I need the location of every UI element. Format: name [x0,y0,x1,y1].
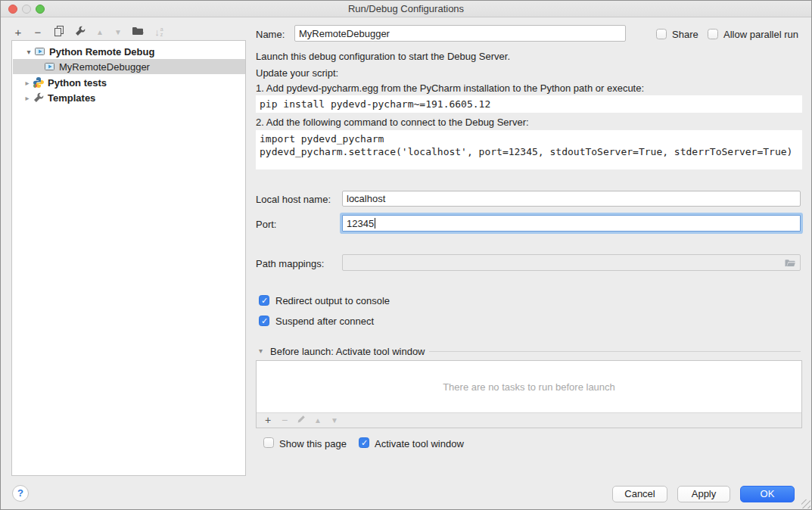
empty-task-text: There are no tasks to run before launch [443,381,615,393]
triangle-up-icon: ▲ [314,416,322,424]
tree-item-python-tests[interactable]: ▸ Python tests [13,75,245,90]
copy-configuration-button[interactable] [51,23,67,40]
tree-item-label: Python tests [48,77,107,89]
description-update: Update your script: [256,67,338,79]
tree-item-templates[interactable]: ▸ Templates [13,90,245,105]
add-task-button[interactable]: + [260,413,276,427]
local-host-label: Local host name: [256,194,331,205]
before-launch-title: Before launch: Activate tool window [270,346,425,357]
titlebar: Run/Debug Configurations [1,1,811,17]
pencil-icon [296,414,306,427]
name-input[interactable] [294,25,626,42]
plus-icon: + [265,414,271,426]
empty-task-list: There are no tasks to run before launch [257,361,801,413]
python-tests-icon [33,76,45,89]
tree-item-my-remote-debugger[interactable]: MyRemoteDebugger [13,59,245,74]
text-caret [375,218,375,229]
pip-install-code: pip install pydevd-pycharm~=191.6605.12 [256,95,802,113]
port-input[interactable]: 12345 [342,215,801,232]
question-mark-icon: ? [17,487,23,499]
activate-tool-window-checkbox[interactable] [359,437,369,448]
remove-task-button[interactable]: − [276,413,293,427]
show-this-page-label[interactable]: Show this page [279,438,347,449]
share-label[interactable]: Share [672,29,698,40]
triangle-down-icon: ▼ [331,416,338,424]
settrace-code: import pydevd_pycharmpydevd_pycharm.sett… [256,130,802,169]
new-folder-icon [132,25,144,39]
minus-icon: − [35,26,42,39]
move-up-button[interactable]: ▲ [92,23,108,40]
remove-configuration-button[interactable]: − [30,23,46,40]
run-configuration-icon [34,45,46,58]
add-configuration-button[interactable]: + [10,23,26,40]
path-mappings-input[interactable] [342,254,801,271]
settrace-code-line2: pydevd_pycharm.settrace('localhost', por… [260,146,792,157]
minus-icon: − [282,414,288,426]
path-mappings-label: Path mappings: [256,258,324,269]
show-this-page-checkbox[interactable] [263,437,274,448]
tree-item-python-remote-debug[interactable]: ▾ Python Remote Debug [13,44,245,59]
wrench-icon [74,25,86,39]
triangle-up-icon: ▲ [96,28,104,36]
chevron-collapsed-icon[interactable]: ▸ [22,79,33,87]
move-down-button[interactable]: ▼ [110,23,126,40]
name-label: Name: [256,29,285,40]
configurations-tree: ▾ Python Remote Debug MyRemoteDebugger ▸ [11,40,246,476]
task-toolbar: + − ▲ ▼ [257,412,801,428]
settrace-code-line1: import pydevd_pycharm [260,133,384,145]
description-intro: Launch this debug configuration to start… [256,51,510,62]
window-title: Run/Debug Configurations [1,1,811,17]
apply-button[interactable]: Apply [677,486,730,502]
help-button[interactable]: ? [12,485,29,502]
sort-configurations-button[interactable]: ↓ a z [151,23,167,40]
port-label: Port: [256,219,276,230]
allow-parallel-run-checkbox[interactable] [708,29,718,39]
before-launch-separator [429,351,801,352]
activate-tool-window-label[interactable]: Activate tool window [375,438,464,449]
chevron-collapsed-icon[interactable]: ▸ [22,94,33,102]
move-task-down-button[interactable]: ▼ [326,413,343,427]
tree-item-label: Python Remote Debug [49,46,154,58]
copy-icon [53,25,65,39]
suspend-after-connect-label[interactable]: Suspend after connect [275,316,374,327]
cancel-button[interactable]: Cancel [612,486,667,502]
folder-browse-icon[interactable] [784,257,796,272]
redirect-output-label[interactable]: Redirect output to console [275,295,390,306]
suspend-after-connect-checkbox[interactable] [259,316,269,326]
edit-task-button[interactable] [293,413,310,427]
resize-grip[interactable] [801,499,810,508]
before-launch-task-panel: There are no tasks to run before launch … [256,360,802,428]
run-configuration-icon [44,61,56,73]
tree-item-label: MyRemoteDebugger [59,61,150,73]
create-folder-button[interactable] [129,23,146,40]
run-debug-configurations-dialog: Run/Debug Configurations + − ▲ ▼ ↓ a z [0,0,812,510]
redirect-output-checkbox[interactable] [259,295,269,306]
before-launch-collapse-icon[interactable]: ▾ [259,347,263,355]
port-value: 12345 [347,218,374,229]
ok-button[interactable]: OK [740,486,795,502]
move-task-up-button[interactable]: ▲ [310,413,326,427]
description-step2: 2. Add the following command to connect … [256,117,529,128]
tree-item-label: Templates [48,92,95,104]
share-checkbox[interactable] [656,29,667,39]
edit-templates-button[interactable] [72,23,89,40]
plus-icon: + [15,26,22,39]
chevron-expanded-icon[interactable]: ▾ [23,48,34,56]
allow-parallel-run-label[interactable]: Allow parallel run [723,29,798,40]
wrench-icon [33,92,45,104]
triangle-down-icon: ▼ [114,28,122,36]
sort-az-icon: ↓ a z [154,26,163,38]
description-step1: 1. Add pydevd-pycharm.egg from the PyCha… [256,82,644,94]
local-host-input[interactable] [342,191,801,207]
